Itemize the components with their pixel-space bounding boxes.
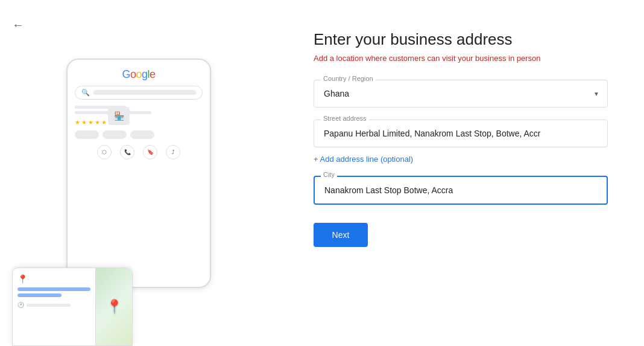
country-select[interactable]: Ghana: [314, 80, 608, 107]
star-4: ★: [95, 119, 100, 126]
directions-icon: ⬡: [97, 145, 112, 159]
city-label: City: [321, 171, 337, 178]
left-panel: ← Google 🔍 ★ ★ ★ ★ ★ 🏪 ⬡ 📞: [0, 0, 277, 346]
country-select-wrapper[interactable]: Ghana: [314, 80, 608, 107]
country-label: Country / Region: [321, 75, 376, 82]
phone-line-group: [75, 106, 203, 114]
tag-1: [75, 130, 99, 139]
back-arrow-icon[interactable]: ←: [12, 18, 24, 32]
street-group: Street address: [314, 120, 608, 147]
phone-mockup: Google 🔍 ★ ★ ★ ★ ★ 🏪 ⬡ 📞 🔖 ⤴: [66, 59, 211, 288]
right-panel: Enter your business address Add a locati…: [277, 0, 644, 346]
tag-2: [103, 130, 127, 139]
map-card-right: 📍: [96, 268, 132, 345]
map-card-left: 📍 🕐: [13, 268, 96, 345]
google-logo: Google: [75, 68, 203, 81]
city-group: City: [314, 176, 608, 205]
business-image: 🏪: [108, 107, 130, 125]
map-card: 📍 🕐 📍: [12, 268, 133, 346]
call-icon: 📞: [120, 145, 134, 159]
location-pin-blue-icon: 📍: [17, 274, 90, 284]
phone-search-bar: 🔍: [75, 86, 203, 100]
map-line-2: [17, 293, 62, 297]
tag-3: [130, 130, 154, 139]
phone-search-placeholder: [93, 90, 196, 95]
star-1: ★: [75, 119, 80, 126]
country-group: Country / Region Ghana: [314, 80, 608, 107]
tag-row: [75, 130, 203, 139]
save-icon: 🔖: [143, 145, 157, 159]
star-3: ★: [88, 119, 93, 126]
share-icon: ⤴: [166, 145, 180, 159]
add-address-line-button[interactable]: + Add address line (optional): [314, 155, 608, 164]
icon-row: ⬡ 📞 🔖 ⤴: [75, 145, 203, 159]
clock-line: [27, 304, 71, 307]
star-5: ★: [101, 119, 107, 126]
phone-search-icon: 🔍: [81, 89, 90, 97]
map-pin-red-icon: 📍: [106, 299, 122, 315]
page-title: Enter your business address: [314, 30, 608, 49]
city-input[interactable]: [314, 176, 608, 205]
street-input[interactable]: [314, 120, 608, 147]
street-label: Street address: [321, 115, 369, 122]
map-line-1: [17, 287, 90, 291]
star-2: ★: [81, 119, 87, 126]
phone-stars-row: ★ ★ ★ ★ ★ 🏪: [75, 119, 203, 126]
clock-row: 🕐: [17, 302, 90, 308]
next-button[interactable]: Next: [314, 223, 368, 247]
form-subtitle: Add a location where customers can visit…: [314, 54, 608, 63]
clock-icon: 🕐: [17, 302, 24, 308]
